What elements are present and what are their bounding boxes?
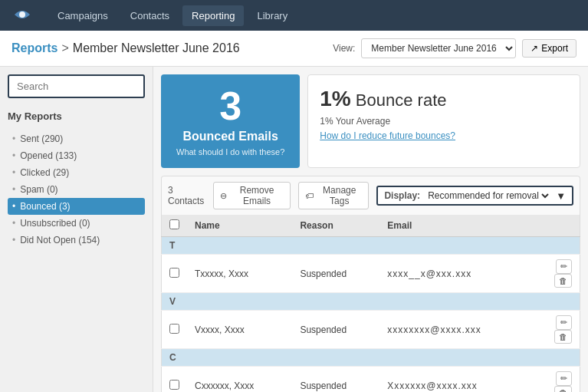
header-actions: View: Member Newsletter June 2016 ↗ Expo… [333,38,577,58]
sidebar-item-clicked[interactable]: Clicked (29) [8,164,145,181]
sidebar-item-did-not-open[interactable]: Did Not Open (154) [8,232,145,249]
row-email: xxxxxxxx@xxxx.xxx [379,311,534,349]
row-name: Vxxxx, Xxxx [187,311,292,349]
bounced-label: Bounced Emails [176,130,284,143]
group-letter-v: V [162,293,580,311]
nav-library[interactable]: Library [248,5,297,26]
bounce-rate-card: 1% Bounce rate 1% Your Average How do I … [307,74,580,168]
sidebar-item-bounced[interactable]: Bounced (3) [8,198,145,215]
sidebar-item-opened[interactable]: Opened (133) [8,147,145,164]
row-actions: ✏ 🗑 [534,367,580,393]
nav-reporting[interactable]: Reporting [182,5,244,26]
bounced-number: 3 [176,86,284,126]
tag-icon: 🏷 [305,191,314,200]
breadcrumb-separator: > [61,41,68,55]
edit-button[interactable]: ✏ [556,259,572,274]
select-all-checkbox[interactable] [169,219,179,229]
group-row-v: V [162,293,580,311]
view-label: View: [333,43,355,54]
table-row: Cxxxxxx, Xxxx Suspended Xxxxxxx@xxxx.xxx… [162,367,580,393]
remove-icon: ⊖ [220,191,227,201]
top-navigation: Campaigns Contacts Reporting Library [0,0,588,31]
sidebar-section-title: My Reports [8,106,145,127]
row-email: Xxxxxxx@xxxx.xxx [379,367,534,393]
col-checkbox [162,215,188,237]
right-panel: 3 Bounced Emails What should I do with t… [153,67,588,392]
display-label: Display: [384,190,420,201]
table-row: Txxxxx, Xxxx Suspended xxxx__x@xxx.xxx ✏… [162,255,580,293]
sidebar-item-spam[interactable]: Spam (0) [8,181,145,198]
col-name: Name [187,215,292,237]
data-table: Name Reason Email T Txxxxx, Xxxx Suspend… [161,215,580,392]
group-letter-c: C [162,349,580,367]
col-actions [534,215,580,237]
row-check [162,255,188,293]
page-header: Reports > Member Newsletter June 2016 Vi… [0,31,588,67]
delete-button[interactable]: 🗑 [554,330,572,344]
row-reason: Suspended [292,367,379,393]
table-toolbar: 3 Contacts ⊖ Remove Emails 🏷 Manage Tags… [161,176,580,215]
sidebar-item-unsubscribed[interactable]: Unsubscribed (0) [8,215,145,232]
col-reason: Reason [292,215,379,237]
export-icon: ↗ [531,43,538,54]
row-name: Txxxxx, Xxxx [187,255,292,293]
bounce-rate-title: 1% Bounce rate [320,87,568,111]
row-checkbox[interactable] [169,268,179,278]
nav-contacts[interactable]: Contacts [121,5,179,26]
row-actions: ✏ 🗑 [534,255,580,293]
delete-button[interactable]: 🗑 [554,386,572,392]
app-logo [11,4,33,28]
search-input[interactable] [8,74,145,98]
sidebar: My Reports Sent (290) Opened (133) Click… [0,67,153,392]
row-reason: Suspended [292,255,379,293]
sidebar-item-sent[interactable]: Sent (290) [8,130,145,147]
contacts-count: 3 Contacts [168,185,205,206]
row-actions: ✏ 🗑 [534,311,580,349]
row-check [162,367,188,393]
bounced-card: 3 Bounced Emails What should I do with t… [161,74,300,168]
main-nav: Campaigns Contacts Reporting Library [48,5,297,26]
chevron-down-icon: ▼ [556,190,566,202]
display-group: Display: Recommended for removal ▼ [376,186,573,206]
breadcrumb-reports-link[interactable]: Reports [11,41,57,55]
group-row-c: C [162,349,580,367]
view-select[interactable]: Member Newsletter June 2016 [361,38,516,58]
row-email: xxxx__x@xxx.xxx [379,255,534,293]
main-content: My Reports Sent (290) Opened (133) Click… [0,67,588,392]
row-name: Cxxxxxx, Xxxx [187,367,292,393]
group-letter-t: T [162,237,580,255]
bounce-rate-link[interactable]: How do I reduce future bounces? [320,130,568,141]
row-checkbox[interactable] [169,380,179,390]
nav-campaigns[interactable]: Campaigns [48,5,117,26]
export-button[interactable]: ↗ Export [522,39,577,58]
row-check [162,311,188,349]
display-select[interactable]: Recommended for removal [425,189,551,202]
breadcrumb: Reports > Member Newsletter June 2016 [11,41,240,55]
col-email: Email [379,215,534,237]
edit-button[interactable]: ✏ [556,315,572,330]
delete-button[interactable]: 🗑 [554,274,572,288]
bounced-hint[interactable]: What should I do with these? [176,147,284,156]
manage-tags-button[interactable]: 🏷 Manage Tags [298,182,369,209]
svg-point-0 [19,12,25,18]
row-checkbox[interactable] [169,324,179,334]
remove-emails-button[interactable]: ⊖ Remove Emails [213,182,291,209]
stats-row: 3 Bounced Emails What should I do with t… [161,74,580,168]
edit-button[interactable]: ✏ [556,371,572,386]
group-row-t: T [162,237,580,255]
row-reason: Suspended [292,311,379,349]
page-title: Member Newsletter June 2016 [73,41,240,55]
table-row: Vxxxx, Xxxx Suspended xxxxxxxx@xxxx.xxx … [162,311,580,349]
bounce-rate-avg: 1% Your Average [320,116,568,127]
